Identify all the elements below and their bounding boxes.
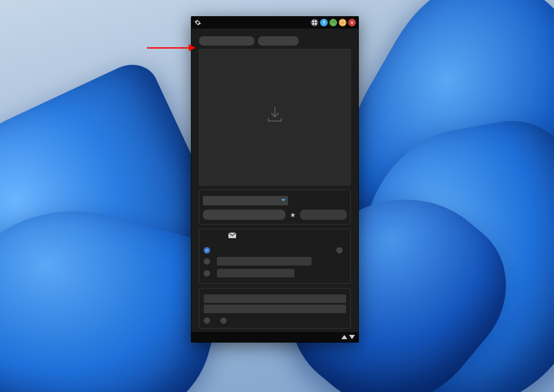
change-checkbox[interactable] [336, 247, 343, 254]
browse-button[interactable] [199, 36, 254, 46]
favorite-button[interactable]: ★ [289, 211, 297, 219]
clear-button[interactable] [258, 36, 299, 46]
start-function-button[interactable] [203, 210, 286, 220]
gear-icon [194, 19, 201, 26]
download-icon [266, 107, 284, 123]
titlebar[interactable]: ? _ × [191, 17, 358, 29]
svg-rect-1 [315, 20, 317, 22]
display-checkbox[interactable] [220, 317, 227, 324]
function-section: ★ [199, 190, 351, 225]
choose-function-label [203, 193, 347, 196]
minimize-button[interactable]: _ [329, 19, 337, 26]
add-suffix-checkbox[interactable] [204, 258, 210, 265]
subfolder-input[interactable] [217, 269, 294, 277]
settings-button[interactable] [194, 19, 202, 26]
mail-button[interactable] [228, 233, 236, 239]
open-destination-checkbox[interactable]: ✓ [204, 247, 210, 254]
create-subfolder-checkbox[interactable] [204, 270, 210, 277]
file-drop-zone[interactable] [199, 49, 351, 185]
grid-icon [312, 20, 317, 25]
work-inactivity-checkbox[interactable] [204, 317, 210, 324]
close-button[interactable]: × [348, 19, 356, 26]
suffix-input[interactable] [217, 257, 312, 265]
help-button[interactable]: ? [320, 19, 328, 26]
footer [191, 332, 358, 342]
close-icon: × [351, 20, 353, 25]
progress-label [204, 291, 346, 293]
mail-icon [228, 233, 236, 238]
presets-button[interactable] [311, 19, 318, 26]
progress-percent-bar [204, 305, 346, 313]
expand-up-button[interactable] [341, 335, 347, 339]
progress-status-bar [204, 294, 346, 303]
svg-rect-3 [315, 23, 317, 25]
destination-path[interactable] [204, 239, 346, 245]
app-window: ? _ × [191, 16, 359, 343]
star-icon: ★ [290, 211, 296, 219]
minus-icon: _ [332, 19, 335, 24]
expand-icon [340, 20, 345, 25]
expand-down-button[interactable] [349, 335, 355, 339]
function-dropdown[interactable] [203, 196, 288, 205]
choose-files-label [196, 32, 353, 36]
output-section: ✓ [199, 229, 351, 284]
progress-section [199, 288, 351, 329]
svg-rect-2 [312, 23, 314, 25]
chevron-down-icon [281, 199, 286, 202]
help-icon: ? [323, 20, 326, 25]
maximize-button[interactable] [339, 19, 346, 26]
svg-rect-0 [312, 20, 314, 22]
cancel-button[interactable] [300, 210, 347, 220]
